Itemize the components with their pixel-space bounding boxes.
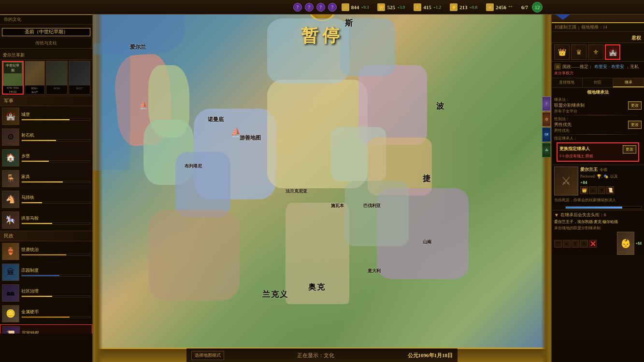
tech-trebuchet[interactable]: ⚙ 射石机 — [0, 127, 92, 148]
dread-delta: +0.8 — [470, 5, 477, 10]
map-border-right — [541, 0, 551, 362]
section-label: 君权 — [631, 35, 641, 41]
trait-dagger: 🗡 — [598, 186, 605, 194]
piety-value: 415 — [423, 4, 431, 10]
fort-icon: 🏠 — [2, 149, 19, 167]
char-row: ⚔ 爱尔兰王 令德 Preferred: 🏆, 🎭, 以及 +84 👑 ⚔ 🗡 — [554, 167, 642, 195]
crown-btn-3[interactable]: ⚜ — [588, 44, 603, 60]
horseshoe-info: 马蹄铁 — [21, 195, 90, 204]
era-cards-container: 中世纪早期 476~950 14/22 950~ 6/17 — [2, 61, 90, 95]
policy-link-1[interactable]: 布里安 — [594, 64, 607, 70]
era-label-text: 爱尔兰革新 — [3, 53, 25, 57]
furniture-info: 家具 — [21, 174, 90, 183]
tab-inheritance[interactable]: 继承 — [613, 78, 644, 87]
commune-icon: 🏘 — [2, 284, 19, 302]
crown-btn-1[interactable]: 👑 — [554, 44, 570, 60]
law-value: 联盟分割继承制 — [554, 102, 585, 109]
trait-scroll: 📜 — [606, 186, 614, 194]
right-edge-buttons: ? ⚙ 🗺 ☘ — [542, 97, 551, 157]
heir-details-section: ▼ 在继承后会失去头衔：6 爱尔兰王子，埃尔凯德·麦克·穆尔哈德 来自领地的联盟… — [552, 210, 644, 256]
edge-btn-4[interactable]: ☘ — [542, 143, 551, 157]
era-card-1-stats: 14/22 — [3, 90, 23, 94]
heritage-input[interactable] — [2, 28, 90, 36]
map-mode-btn-left[interactable]: 选择地图模式 — [191, 351, 224, 360]
heir-portrait[interactable]: 👶 — [617, 232, 634, 255]
era-card-2[interactable]: 950~ 6/17 — [25, 61, 45, 95]
tech-coin[interactable]: 🪙 金属硬币 — [0, 304, 92, 324]
special-resource: ★ 2456 ** — [486, 3, 513, 11]
tech-saddle[interactable]: 🎠 拱形马鞍 — [0, 210, 92, 231]
char-portrait[interactable]: ⚔ — [554, 167, 578, 195]
gold-icon: ⚔ — [342, 3, 349, 11]
tech-horseshoe[interactable]: 🐴 马蹄铁 — [0, 189, 92, 210]
horseshoe-bar — [21, 202, 90, 204]
tech-furniture[interactable]: 🪑 家具 — [0, 168, 92, 189]
heritage-section — [0, 25, 92, 38]
castle-bar-fill — [22, 119, 70, 120]
gold-delta: +9.3 — [361, 5, 369, 10]
coin-name: 金属硬币 — [21, 309, 90, 315]
tech-castle[interactable]: 🏰 城堡 — [0, 106, 92, 127]
help-btn-3[interactable]: ? — [316, 3, 325, 12]
law-sub: 所有子女平分 — [554, 109, 585, 114]
hereditary-name: 世袭统治 — [21, 247, 90, 253]
heir-trait-3: ✝ — [572, 240, 579, 248]
policy-link-2[interactable]: 布里安 — [611, 64, 624, 70]
divider-1 — [554, 115, 642, 115]
stat-bar-row — [552, 205, 644, 210]
hereditary-info: 世袭统治 — [21, 247, 90, 256]
prestige-icon: 👑 — [377, 3, 385, 11]
char-section: ⚔ 爱尔兰王 令德 Preferred: 🏆, 🎭, 以及 +84 👑 ⚔ 🗡 — [552, 165, 644, 205]
help-btn-4[interactable]: ? — [328, 3, 337, 12]
char-bonus: +84 — [580, 180, 587, 185]
furniture-bar — [21, 181, 90, 183]
edge-btn-3[interactable]: 🗺 — [542, 127, 551, 142]
pause-text: 暂停 — [301, 24, 343, 48]
tab-direct-realm[interactable]: 直辖领地 — [552, 78, 583, 87]
era-card-1[interactable]: 中世纪早期 476~950 14/22 — [2, 61, 24, 95]
heir-expand-icon[interactable]: ▼ — [554, 212, 559, 218]
trebuchet-info: 射石机 — [21, 132, 90, 141]
right-nav-tabs: 直辖领地 封臣 继承 — [552, 78, 644, 88]
era-card-3[interactable]: 0/19 — [46, 61, 68, 95]
furniture-name: 家具 — [21, 174, 90, 180]
warning-icon: ◊ — [559, 154, 561, 158]
tech-hereditary[interactable]: 🏺 世袭统治 — [0, 241, 92, 262]
manor-bar — [21, 275, 90, 277]
share-row: 未分享权力 — [554, 70, 642, 76]
speed-control[interactable]: 12 — [532, 2, 543, 13]
map-area[interactable]: 🧭 ⛵ ⛵ — [93, 0, 551, 362]
heir-label: 指定继承人： — [554, 136, 577, 141]
tech-fort[interactable]: 🏠 乡堡 — [0, 148, 92, 168]
territory-iberia — [148, 210, 240, 301]
castle-info: 城堡 — [21, 111, 90, 121]
heir-header: ▼ 在继承后会失去头衔：6 — [554, 212, 642, 218]
gender-change-btn[interactable]: 更改 — [628, 121, 642, 129]
speed-value: 6/7 — [521, 4, 528, 10]
tech-royal-privilege[interactable]: 📜 宗室特权 — [0, 324, 92, 334]
saddle-bar-fill — [22, 223, 52, 224]
help-btn-2[interactable]: ? — [305, 3, 314, 12]
royal-privilege-info: 宗室特权 — [22, 330, 90, 334]
crown-btn-4[interactable]: 🏰 — [605, 44, 620, 60]
char-name: 爱尔兰王 — [580, 167, 598, 173]
commune-info: 社区治理 — [21, 288, 90, 297]
era-card-3-period: 0/19 — [46, 85, 67, 91]
tech-commune[interactable]: 🏘 社区治理 — [0, 283, 92, 304]
fort-info: 乡堡 — [21, 153, 90, 162]
heir-box-change-btn[interactable]: 更改 — [623, 145, 636, 153]
help-btn-1[interactable]: ? — [293, 3, 302, 12]
crown-btn-2[interactable]: ♛ — [571, 44, 587, 60]
commune-bar-fill — [22, 296, 52, 297]
tech-manor[interactable]: 🏛 庄园制度 — [0, 262, 92, 283]
dread-resource: ⚡ 213 +0.8 — [450, 3, 477, 11]
edge-btn-2[interactable]: ⚙ — [542, 112, 551, 126]
tab-tradition[interactable]: 传统与支柱 — [0, 38, 92, 48]
era-card-4[interactable]: 0/17 — [69, 61, 90, 95]
trebuchet-name: 射石机 — [21, 132, 90, 139]
coin-bar — [21, 316, 90, 318]
tab-vassals[interactable]: 封臣 — [583, 78, 614, 87]
edge-btn-1[interactable]: ? — [542, 97, 551, 111]
map-background: ⛵ ⛵ — [93, 0, 551, 362]
law-change-btn[interactable]: 更改 — [628, 101, 642, 110]
